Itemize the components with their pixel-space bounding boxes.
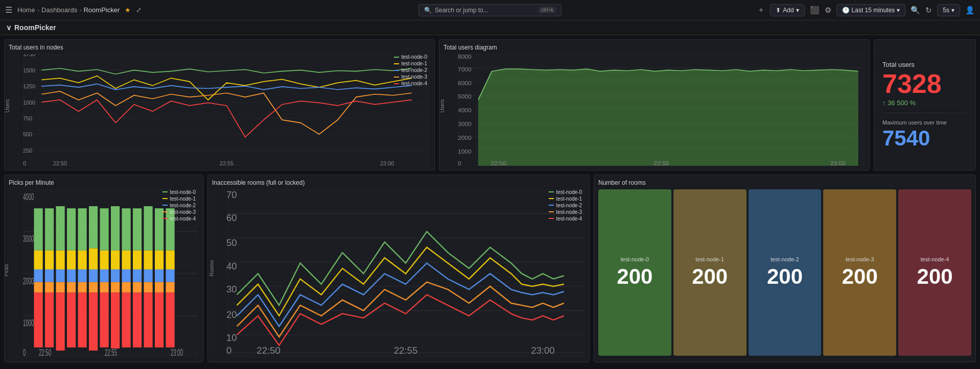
svg-rect-92 xyxy=(111,282,120,292)
svg-text:3000: 3000 xyxy=(23,234,34,244)
svg-text:22:55: 22:55 xyxy=(105,348,117,358)
svg-rect-77 xyxy=(78,282,87,292)
svg-rect-71 xyxy=(67,269,76,282)
svg-rect-111 xyxy=(155,269,164,282)
dashboard-grid: Total users in nodes Users 1750 1500 125… xyxy=(0,35,980,366)
room-card-label-3: test-node-3 xyxy=(846,256,874,262)
add-button[interactable]: ⬆ Add ▾ xyxy=(770,4,804,16)
nodes-chart-svg: 1750 1500 1250 1000 750 500 250 0 22:50 … xyxy=(23,54,430,166)
room-card-label-1: test-node-1 xyxy=(695,256,724,262)
svg-rect-80 xyxy=(89,248,98,269)
svg-rect-85 xyxy=(100,250,109,269)
svg-rect-84 xyxy=(100,208,109,251)
svg-rect-117 xyxy=(166,282,175,292)
dashboards-link[interactable]: Dashboards xyxy=(41,6,77,14)
svg-text:1750: 1750 xyxy=(23,54,35,57)
svg-rect-79 xyxy=(89,206,98,249)
panel-title-picks: Picks per Minute xyxy=(9,179,199,186)
page-name: RoomPicker xyxy=(83,6,120,14)
y-axis-label-nodes: Users xyxy=(5,100,10,113)
svg-rect-93 xyxy=(111,292,120,348)
svg-rect-82 xyxy=(89,282,98,292)
svg-rect-95 xyxy=(122,250,131,269)
favorite-icon[interactable]: ★ xyxy=(125,6,131,14)
clock-icon: 🕐 xyxy=(842,7,850,14)
topbar-right: ＋ ⬆ Add ▾ ⬛ ⚙ 🕐 Last 15 minutes ▾ 🔍 ↻ 5s… xyxy=(757,4,975,16)
svg-text:50: 50 xyxy=(226,237,237,248)
stat-divider xyxy=(882,113,967,113)
svg-text:1000: 1000 xyxy=(458,149,472,155)
panel-total-users-diagram: Total users diagram Users 8000 7000 6000… xyxy=(439,39,870,170)
svg-rect-70 xyxy=(67,250,76,269)
svg-text:1000: 1000 xyxy=(23,318,34,328)
room-card-label-2: test-node-2 xyxy=(771,256,799,262)
svg-text:0: 0 xyxy=(226,345,231,356)
rooms-grid: test-node-0 200 test-node-1 200 test-nod… xyxy=(598,189,971,356)
svg-rect-76 xyxy=(78,269,87,282)
svg-text:40: 40 xyxy=(226,261,237,272)
stat-label: Total users xyxy=(882,61,967,68)
panel-title-users-nodes: Total users in nodes xyxy=(9,44,430,51)
search-bar[interactable]: 🔍 Search or jump to... ctrl+k xyxy=(418,4,562,16)
search-placeholder: Search or jump to... xyxy=(435,7,488,14)
share-icon[interactable]: ⤢ xyxy=(136,6,142,14)
svg-rect-87 xyxy=(100,282,109,292)
settings-icon[interactable]: ⚙ xyxy=(825,6,831,15)
y-axis-label-picks: Picks xyxy=(4,264,9,276)
svg-rect-96 xyxy=(122,269,131,282)
svg-rect-67 xyxy=(56,282,65,292)
refresh-icon[interactable]: ↻ xyxy=(925,6,932,15)
svg-rect-102 xyxy=(133,282,142,292)
svg-text:23:00: 23:00 xyxy=(830,160,846,165)
svg-rect-83 xyxy=(89,292,98,351)
search-shortcut: ctrl+k xyxy=(539,7,556,13)
svg-rect-72 xyxy=(67,282,76,292)
room-card-label-4: test-node-4 xyxy=(921,256,949,262)
svg-text:250: 250 xyxy=(23,148,32,154)
room-card-value-2: 200 xyxy=(767,264,803,289)
svg-rect-63 xyxy=(45,292,54,347)
refresh-rate-button[interactable]: 5s ▾ xyxy=(937,4,960,16)
refresh-rate-label: 5s xyxy=(943,7,949,14)
svg-text:22:55: 22:55 xyxy=(220,161,234,166)
stat-change: ↑ 36 500 % xyxy=(882,99,967,107)
svg-rect-108 xyxy=(144,292,153,347)
svg-rect-60 xyxy=(45,250,54,269)
svg-text:2000: 2000 xyxy=(23,276,34,286)
svg-rect-112 xyxy=(155,282,164,292)
search-icon: 🔍 xyxy=(424,7,432,14)
svg-text:4000: 4000 xyxy=(458,108,472,113)
svg-rect-97 xyxy=(122,282,131,292)
room-card-label-0: test-node-0 xyxy=(621,256,649,262)
topbar: ☰ Home › Dashboards › RoomPicker ★ ⤢ 🔍 S… xyxy=(0,0,980,20)
svg-rect-65 xyxy=(56,250,65,269)
dashboard-header: ∨ RoomPicker xyxy=(0,20,980,35)
home-link[interactable]: Home xyxy=(17,6,35,14)
svg-rect-118 xyxy=(166,292,175,347)
hamburger-menu[interactable]: ☰ xyxy=(5,5,12,15)
svg-text:23:00: 23:00 xyxy=(380,161,394,166)
svg-rect-59 xyxy=(45,208,54,251)
y-axis-label-rooms: Rooms xyxy=(209,260,215,277)
room-card-4: test-node-4 200 xyxy=(898,189,971,356)
svg-rect-68 xyxy=(56,292,65,351)
svg-rect-73 xyxy=(67,292,76,347)
svg-marker-39 xyxy=(478,69,858,166)
time-range-button[interactable]: 🕐 Last 15 minutes ▾ xyxy=(836,4,906,16)
save-icon[interactable]: ⬛ xyxy=(810,6,820,15)
plus-icon[interactable]: ＋ xyxy=(757,5,765,15)
room-card-value-4: 200 xyxy=(917,264,953,289)
nodes-legend: test-node-0 test-node-1 test-node-2 test… xyxy=(394,54,427,86)
zoom-out-icon[interactable]: 🔍 xyxy=(911,6,920,15)
svg-rect-54 xyxy=(34,208,43,251)
topbar-left: ☰ Home › Dashboards › RoomPicker ★ ⤢ xyxy=(5,5,142,15)
stat-value: 7328 xyxy=(882,70,967,97)
user-avatar[interactable]: 👤 xyxy=(965,6,975,15)
svg-text:750: 750 xyxy=(23,116,32,121)
svg-text:22:55: 22:55 xyxy=(654,160,669,165)
svg-rect-62 xyxy=(45,282,54,292)
time-range-label: Last 15 minutes xyxy=(852,7,895,14)
svg-rect-106 xyxy=(144,269,153,282)
room-card-2: test-node-2 200 xyxy=(749,189,822,356)
add-chevron: ▾ xyxy=(796,7,799,14)
